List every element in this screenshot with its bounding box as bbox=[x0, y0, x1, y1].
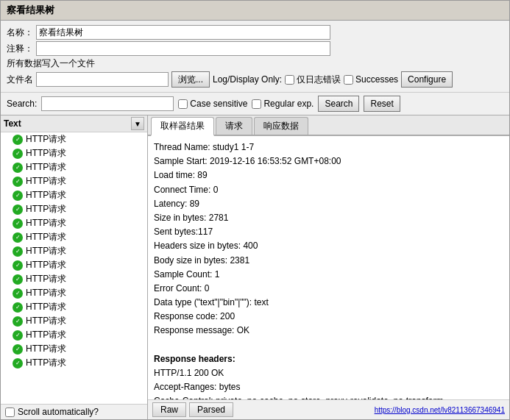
filename-label: 文件名 bbox=[7, 74, 33, 86]
list-item-label: HTTP请求 bbox=[26, 203, 66, 216]
list-item-label: HTTP请求 bbox=[26, 273, 66, 285]
list-item-label: HTTP请求 bbox=[26, 175, 66, 188]
list-item-label: HTTP请求 bbox=[26, 315, 66, 327]
all-data-label: 所有数据写入一个文件 bbox=[7, 57, 95, 70]
parsed-button[interactable]: Parsed bbox=[189, 402, 233, 417]
list-item-label: HTTP请求 bbox=[26, 217, 66, 229]
list-item[interactable]: ✓HTTP请求 bbox=[1, 230, 147, 244]
list-item-label: HTTP请求 bbox=[26, 259, 66, 271]
right-panel: 取样器结果请求响应数据 Thread Name: study1 1-7Sampl… bbox=[148, 115, 509, 419]
tab-2[interactable]: 响应数据 bbox=[254, 117, 308, 135]
search-bar: Search: Case sensitive Regular exp. Sear… bbox=[1, 93, 509, 115]
name-input[interactable] bbox=[36, 25, 330, 40]
search-button[interactable]: Search bbox=[318, 96, 359, 112]
status-icon: ✓ bbox=[13, 204, 23, 215]
list-item[interactable]: ✓HTTP请求 bbox=[1, 258, 147, 272]
list-item-label: HTTP请求 bbox=[26, 329, 66, 341]
dropdown-button[interactable]: ▼ bbox=[131, 117, 144, 130]
list-item[interactable]: ✓HTTP请求 bbox=[1, 300, 147, 314]
regex-label[interactable]: Regular exp. bbox=[252, 99, 314, 109]
comment-label: 注释： bbox=[7, 43, 33, 55]
tab-1[interactable]: 请求 bbox=[216, 117, 252, 135]
status-icon: ✓ bbox=[13, 246, 23, 257]
list-item[interactable]: ✓HTTP请求 bbox=[1, 160, 147, 174]
status-icon: ✓ bbox=[13, 177, 23, 187]
list-item[interactable]: ✓HTTP请求 bbox=[1, 342, 147, 356]
list-item[interactable]: ✓HTTP请求 bbox=[1, 216, 147, 230]
main-window: 察看结果树 名称： 注释： 所有数据写入一个文件 文件名 浏览... Log/D… bbox=[0, 0, 510, 420]
case-sensitive-checkbox[interactable] bbox=[178, 99, 188, 109]
left-header-label: Text bbox=[4, 118, 128, 129]
status-icon: ✓ bbox=[13, 260, 23, 271]
list-item-label: HTTP请求 bbox=[26, 245, 66, 257]
watermark: https://blog.csdn.net/lv82113667346941 bbox=[375, 406, 505, 414]
bottom-tabs-left: Raw Parsed bbox=[152, 402, 233, 417]
status-icon: ✓ bbox=[13, 344, 23, 355]
content-line: Cache-Control: private, no-cache, no-sto… bbox=[154, 394, 503, 399]
list-item[interactable]: ✓HTTP请求 bbox=[1, 244, 147, 258]
content-line: Size in bytes: 2781 bbox=[154, 211, 503, 225]
list-item[interactable]: ✓HTTP请求 bbox=[1, 356, 147, 370]
reset-button[interactable]: Reset bbox=[364, 96, 400, 112]
log-display-label: Log/Display Only: bbox=[213, 74, 282, 85]
list-item-label: HTTP请求 bbox=[26, 161, 66, 174]
content-line: Connect Time: 0 bbox=[154, 183, 503, 197]
comment-input[interactable] bbox=[36, 41, 330, 56]
status-icon: ✓ bbox=[13, 149, 23, 159]
list-item[interactable]: ✓HTTP请求 bbox=[1, 314, 147, 328]
list-item[interactable]: ✓HTTP请求 bbox=[1, 146, 147, 160]
content-line: Response code: 200 bbox=[154, 310, 503, 324]
left-panel: Text ▼ ✓HTTP请求✓HTTP请求✓HTTP请求✓HTTP请求✓HTTP… bbox=[1, 115, 148, 419]
errors-only-checkbox[interactable] bbox=[285, 75, 294, 85]
content-line: Sent bytes:117 bbox=[154, 225, 503, 239]
list-item[interactable]: ✓HTTP请求 bbox=[1, 188, 147, 202]
main-area: Text ▼ ✓HTTP请求✓HTTP请求✓HTTP请求✓HTTP请求✓HTTP… bbox=[1, 115, 509, 419]
content-line: Data type ("text"|"bin"|""): text bbox=[154, 296, 503, 310]
search-input[interactable] bbox=[41, 96, 174, 111]
content-line: Sample Count: 1 bbox=[154, 268, 503, 282]
status-icon: ✓ bbox=[13, 302, 23, 313]
filename-input[interactable] bbox=[36, 72, 169, 87]
status-icon: ✓ bbox=[13, 232, 23, 243]
configure-button[interactable]: Configure bbox=[401, 71, 453, 88]
status-icon: ✓ bbox=[13, 274, 23, 285]
status-icon: ✓ bbox=[13, 191, 23, 201]
left-list[interactable]: ✓HTTP请求✓HTTP请求✓HTTP请求✓HTTP请求✓HTTP请求✓HTTP… bbox=[1, 132, 147, 404]
status-icon: ✓ bbox=[13, 135, 23, 145]
content-line bbox=[154, 338, 503, 352]
content-area: Thread Name: study1 1-7Sample Start: 201… bbox=[148, 136, 509, 399]
content-line: Response message: OK bbox=[154, 324, 503, 338]
left-panel-header: Text ▼ bbox=[1, 115, 147, 132]
list-item-label: HTTP请求 bbox=[26, 147, 66, 160]
errors-only-checkbox-label[interactable]: 仅日志错误 bbox=[285, 74, 341, 86]
successes-checkbox[interactable] bbox=[344, 75, 353, 85]
content-line: Headers size in bytes: 400 bbox=[154, 239, 503, 253]
list-item[interactable]: ✓HTTP请求 bbox=[1, 328, 147, 342]
search-label: Search: bbox=[7, 99, 37, 109]
status-icon: ✓ bbox=[13, 163, 23, 173]
list-item[interactable]: ✓HTTP请求 bbox=[1, 174, 147, 188]
content-line: HTTP/1.1 200 OK bbox=[154, 366, 503, 380]
status-icon: ✓ bbox=[13, 288, 23, 299]
list-item[interactable]: ✓HTTP请求 bbox=[1, 272, 147, 286]
list-item[interactable]: ✓HTTP请求 bbox=[1, 202, 147, 216]
list-item-label: HTTP请求 bbox=[26, 287, 66, 299]
successes-checkbox-label[interactable]: Successes bbox=[344, 74, 398, 85]
regex-checkbox[interactable] bbox=[252, 99, 261, 109]
list-item-label: HTTP请求 bbox=[26, 189, 66, 202]
tab-0[interactable]: 取样器结果 bbox=[151, 117, 214, 136]
list-item[interactable]: ✓HTTP请求 bbox=[1, 286, 147, 300]
scroll-auto-checkbox[interactable] bbox=[5, 407, 15, 417]
scroll-auto-label: Scroll automatically? bbox=[18, 407, 99, 417]
content-line: Error Count: 0 bbox=[154, 282, 503, 296]
browse-button[interactable]: 浏览... bbox=[171, 71, 210, 88]
case-sensitive-label[interactable]: Case sensitive bbox=[178, 99, 247, 109]
list-item[interactable]: ✓HTTP请求 bbox=[1, 132, 147, 146]
status-icon: ✓ bbox=[13, 358, 23, 369]
list-item-label: HTTP请求 bbox=[26, 231, 66, 243]
tabs-bar: 取样器结果请求响应数据 bbox=[148, 115, 509, 136]
content-line: Latency: 89 bbox=[154, 197, 503, 211]
form-section: 名称： 注释： 所有数据写入一个文件 文件名 浏览... Log/Display… bbox=[1, 21, 509, 93]
raw-button[interactable]: Raw bbox=[152, 402, 186, 417]
name-label: 名称： bbox=[7, 26, 33, 39]
